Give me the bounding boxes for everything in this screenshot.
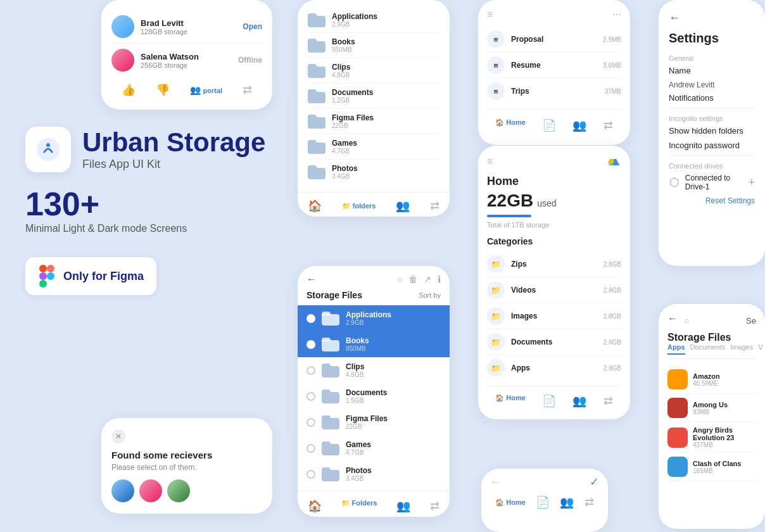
sf-radio[interactable] — [307, 470, 315, 479]
sf-radio[interactable] — [307, 392, 315, 401]
folders-sf[interactable]: 📁 Folders — [341, 499, 377, 513]
home-nav-bar2: 🏠 Home 📄 👥 ⇄ — [487, 391, 621, 410]
app-size: 93MB — [693, 408, 728, 415]
page-nav[interactable]: 📄 — [542, 118, 556, 132]
avatar-1 — [111, 479, 134, 502]
count-number: 130+ — [25, 187, 291, 220]
home-sf[interactable]: 🏠 — [308, 499, 322, 513]
folder-icon — [322, 312, 339, 326]
file-item[interactable]: Applications 2.9GB — [308, 8, 439, 33]
sf-radio[interactable] — [307, 366, 315, 375]
svg-rect-5 — [39, 280, 47, 288]
file-size: 1.5GB — [346, 397, 387, 404]
avatar-3 — [167, 479, 190, 502]
show-hidden-setting[interactable]: Show hidden folders — [669, 126, 755, 136]
sfr-search-label[interactable]: Se — [746, 316, 756, 326]
home-active2[interactable]: 🏠 Home — [495, 394, 526, 408]
people-nav2[interactable]: 👥 — [572, 118, 586, 132]
file-item[interactable]: Figma Files 22GB — [308, 109, 439, 134]
sf-row[interactable]: Games 4.7GB — [298, 435, 450, 461]
connected-drives-section: Connected drives — [669, 162, 755, 170]
file-item[interactable]: Clips 4.8GB — [308, 58, 439, 84]
sf-row[interactable]: Photos 3.4GB — [298, 461, 450, 487]
home-bottom[interactable]: 🏠 Home — [495, 498, 526, 507]
file-item[interactable]: Games 4.7GB — [308, 134, 439, 160]
folders-nav[interactable]: 📁 folders — [342, 202, 376, 210]
tab-documents[interactable]: Documents — [690, 343, 726, 355]
avatar — [111, 15, 134, 38]
avatar-2 — [139, 479, 162, 502]
add-drive-button[interactable]: + — [748, 176, 755, 189]
sf-radio[interactable] — [307, 444, 315, 453]
back-bottom[interactable]: ← — [490, 476, 500, 488]
sf-back-icon[interactable]: ← — [307, 274, 317, 285]
tab-images[interactable]: Images — [730, 343, 753, 355]
home-active[interactable]: 🏠 Home — [495, 118, 526, 132]
category-item[interactable]: 📁 Images 2.8GB — [487, 303, 621, 329]
users-card: Brad Levitt 128GB storage Open Salena Wa… — [101, 0, 272, 110]
incognito-pass-setting[interactable]: Incognito password — [669, 141, 755, 150]
info-icon[interactable]: ℹ — [438, 274, 441, 284]
circle-icon: ○ — [397, 274, 402, 284]
page-bottom[interactable]: 📄 — [536, 495, 550, 509]
swap-nav3[interactable]: ⇄ — [604, 394, 613, 408]
file-item[interactable]: Books 550MB — [308, 33, 439, 58]
tab-apps[interactable]: Apps — [667, 343, 685, 355]
proposal-item[interactable]: ≡ Resume 3.6MB — [487, 53, 621, 79]
sf-row[interactable]: Figma Files 22GB — [298, 409, 450, 435]
home-nav[interactable]: 🏠 — [308, 199, 322, 213]
cat-size: 2.8GB — [604, 261, 621, 268]
user-action[interactable]: Offline — [238, 56, 262, 65]
people-nav[interactable]: 👥 — [396, 199, 410, 213]
sf-row[interactable]: Documents 1.5GB — [298, 383, 450, 409]
reset-settings-link[interactable]: Reset Settings — [669, 196, 755, 205]
notifications-setting[interactable]: Notifications — [669, 93, 755, 103]
category-item[interactable]: 📁 Documents 2.8GB — [487, 329, 621, 355]
page-nav2[interactable]: 📄 — [542, 394, 556, 408]
category-item[interactable]: 📁 Zips 2.8GB — [487, 251, 621, 277]
cat-name: Images — [511, 312, 597, 320]
sf-radio[interactable] — [307, 340, 315, 349]
swap-nav2[interactable]: ⇄ — [604, 118, 613, 132]
people-sf[interactable]: 👥 — [396, 499, 410, 513]
tab-more[interactable]: V — [758, 343, 762, 355]
sf-row[interactable]: Clips 4.8GB — [298, 357, 450, 383]
name-setting[interactable]: Name — [669, 66, 755, 75]
hamburger-icon[interactable]: ≡ — [487, 156, 493, 167]
app-row[interactable]: Clash of Clans 165MB — [667, 453, 756, 481]
file-info: Clips 4.8GB — [346, 362, 364, 378]
sfr-back-button[interactable]: ← — [667, 313, 678, 324]
receivers-subtitle: Please select on of them. — [111, 463, 262, 472]
swap-bottom[interactable]: ⇄ — [585, 495, 594, 509]
app-row[interactable]: Angry Birds Evolution 23 437MB — [667, 422, 756, 453]
category-item[interactable]: 📁 Apps 2.8GB — [487, 355, 621, 381]
swap-sf[interactable]: ⇄ — [430, 499, 439, 513]
people-nav3[interactable]: 👥 — [572, 394, 586, 408]
trash-icon[interactable]: 🗑 — [408, 274, 417, 284]
sf-sortby[interactable]: Sort by — [419, 291, 441, 299]
app-row[interactable]: Among Us 93MB — [667, 394, 756, 422]
sf-radio[interactable] — [307, 314, 315, 323]
sf-row[interactable]: Books 850MB — [298, 331, 450, 357]
receivers-card: ✕ Found some recievers Please select on … — [101, 418, 272, 514]
app-row[interactable]: Amazon 40.59ME — [667, 365, 756, 394]
user-action[interactable]: Open — [243, 22, 262, 31]
proposal-item[interactable]: ≡ Trips 37MB — [487, 79, 621, 104]
people-bottom[interactable]: 👥 — [560, 495, 574, 509]
file-item[interactable]: Photos 3.4GB — [308, 160, 439, 184]
home-section-label: Home — [487, 175, 621, 188]
share-icon[interactable]: ↗ — [424, 274, 431, 284]
file-name: Clips — [346, 362, 364, 371]
back-icon[interactable]: ≡ — [487, 9, 493, 20]
proposal-item[interactable]: ≡ Proposal 2.9MB — [487, 27, 621, 53]
swap-nav[interactable]: ⇄ — [430, 199, 439, 213]
file-name: Games — [346, 440, 371, 449]
file-size: 3.4GB — [346, 475, 372, 482]
category-item[interactable]: 📁 Videos 2.8GB — [487, 277, 621, 303]
file-item[interactable]: Documents 1.2GB — [308, 84, 439, 109]
portal-icon[interactable]: 👥 portal — [190, 85, 222, 95]
sf-row[interactable]: Applications 2.9GB — [298, 305, 450, 331]
sf-radio[interactable] — [307, 418, 315, 427]
settings-back-button[interactable]: ← — [669, 11, 755, 25]
close-button[interactable]: ✕ — [111, 429, 125, 443]
